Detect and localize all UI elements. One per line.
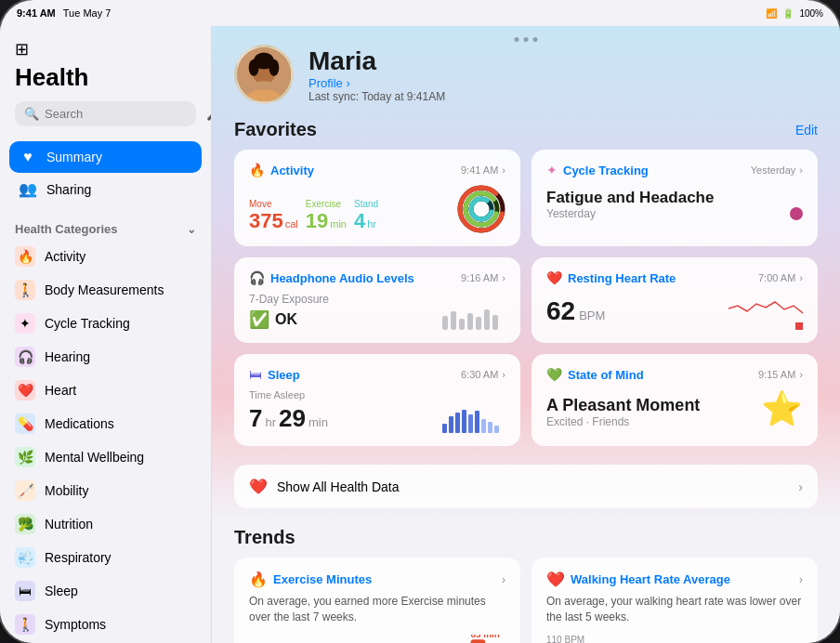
profile-info: Maria Profile › Last sync: Today at 9:41… [308, 46, 445, 103]
nav-item-sharing[interactable]: 👥 Sharing [9, 173, 202, 205]
check-circle-icon: ✅ [249, 309, 269, 330]
search-bar[interactable]: 🔍 🎤 [15, 101, 196, 126]
sidebar-item-nutrition[interactable]: 🥦 Nutrition [0, 507, 211, 541]
edit-link[interactable]: Edit [795, 123, 818, 138]
respiratory-icon: 💨 [15, 547, 35, 568]
sleep-duration: 7 hr 29 min [249, 400, 328, 433]
headphone-header: 🎧 Headphone Audio Levels 9:16 AM › [249, 270, 505, 285]
search-input[interactable] [45, 107, 201, 121]
sidebar-item-cycle-tracking[interactable]: ✦ Cycle Tracking [0, 307, 211, 340]
activity-card-time: 9:41 AM [461, 164, 498, 176]
cycle-dot [790, 207, 803, 220]
nav-label-sharing: Sharing [46, 182, 91, 197]
sidebar-item-body-measurements[interactable]: 🚶 Body Measurements [0, 273, 211, 307]
headphone-audio-card[interactable]: 🎧 Headphone Audio Levels 9:16 AM › 7-Day… [234, 257, 520, 343]
svg-rect-17 [467, 313, 473, 330]
cycle-card-time: Yesterday [751, 164, 796, 176]
cycle-card-chevron: › [799, 164, 803, 176]
categories-chevron[interactable]: ⌄ [187, 223, 196, 236]
nav-label-summary: Summary [46, 150, 102, 164]
profile-sync: Last sync: Today at 9:41AM [308, 90, 445, 103]
resting-heart-icon: ❤️ [546, 270, 562, 285]
exposure-label: 7-Day Exposure [249, 293, 329, 306]
activity-rings [457, 185, 505, 233]
show-all-heart-icon: ❤️ [249, 478, 268, 495]
sidebar-item-mobility[interactable]: 🦯 Mobility [0, 474, 211, 507]
mind-card-time: 9:15 AM [758, 369, 795, 380]
cycle-card-content: Fatigue and Headache Yesterday [546, 185, 803, 220]
sidebar-item-hearing[interactable]: 🎧 Hearing [0, 340, 211, 374]
move-unit: cal [285, 218, 298, 230]
resting-heart-chevron: › [799, 272, 803, 283]
star-icon: ⭐ [761, 389, 803, 428]
svg-rect-18 [476, 317, 481, 330]
sleep-card-content: Time Asleep 7 hr 29 min [249, 389, 505, 433]
sidebar-nav: ♥ Summary 👥 Sharing [0, 134, 211, 213]
nutrition-icon: 🥦 [15, 514, 35, 534]
sidebar-item-symptoms[interactable]: 🚶 Symptoms [0, 608, 211, 641]
hearing-label: Hearing [45, 349, 90, 364]
sidebar-item-activity[interactable]: 🔥 Activity [0, 240, 211, 273]
mobility-icon: 🦯 [15, 480, 35, 501]
sidebar-item-heart[interactable]: ❤️ Heart [0, 374, 211, 407]
sleep-hours: 7 [249, 404, 262, 433]
exercise-trend-title-row: 🔥 Exercise Minutes [249, 571, 372, 588]
exercise-trend-icon: 🔥 [249, 571, 268, 588]
body-measurements-icon: 🚶 [15, 280, 35, 300]
activity-title-row: 🔥 Activity [249, 163, 314, 177]
bpm-unit: BPM [579, 308, 605, 322]
profile-link[interactable]: Profile › [308, 76, 445, 90]
sidebar-item-medications[interactable]: 💊 Medications [0, 407, 211, 440]
sleep-card[interactable]: 🛏 Sleep 6:30 AM › Time Asleep 7 [234, 354, 520, 446]
mind-text: A Pleasant Moment [546, 396, 700, 415]
three-dots [515, 37, 538, 42]
activity-card[interactable]: 🔥 Activity 9:41 AM › Move [234, 150, 520, 246]
svg-point-5 [269, 59, 279, 76]
mind-card-chevron: › [799, 369, 803, 380]
avatar-svg [237, 45, 291, 104]
sidebar-item-respiratory[interactable]: 💨 Respiratory [0, 541, 211, 574]
status-date: Tue May 7 [63, 7, 112, 19]
categories-section-header: Health Categories ⌄ [0, 213, 211, 240]
main-content: Maria Profile › Last sync: Today at 9:41… [212, 26, 840, 643]
sidebar-item-sleep[interactable]: 🛏 Sleep [0, 574, 211, 608]
audio-ok-row: ✅ OK [249, 309, 329, 330]
exercise-metric: Exercise 19 min [306, 199, 347, 233]
headphone-card-chevron: › [502, 272, 505, 283]
walking-heart-rate-trend[interactable]: ❤️ Walking Heart Rate Average › On avera… [532, 558, 818, 643]
sleep-label: Sleep [45, 584, 78, 598]
sleep-hr-unit: hr [265, 415, 276, 429]
cycle-tracking-card[interactable]: ✦ Cycle Tracking Yesterday › Fatigue and… [532, 150, 818, 246]
profile-avatar [234, 45, 294, 104]
favorites-grid: 🔥 Activity 9:41 AM › Move [212, 150, 840, 465]
bpm-value: 62 [546, 296, 575, 326]
move-metric: Move 375 cal [249, 199, 298, 233]
svg-rect-20 [492, 315, 498, 330]
exercise-trend-chevron: › [502, 573, 505, 586]
sleep-icon: 🛏 [15, 581, 35, 601]
exercise-minutes-trend[interactable]: 🔥 Exercise Minutes › On average, you ear… [234, 558, 520, 643]
search-icon: 🔍 [24, 107, 39, 121]
mind-info: A Pleasant Moment Excited · Friends [546, 392, 700, 428]
sleep-time-label: Time Asleep [249, 389, 328, 400]
nutrition-label: Nutrition [45, 517, 93, 531]
resting-heart-rate-card[interactable]: ❤️ Resting Heart Rate 7:00 AM › 62 BP [532, 257, 818, 343]
profile-name: Maria [308, 46, 445, 76]
summary-icon: ♥ [19, 149, 37, 165]
battery-percent: 100% [799, 8, 823, 19]
headphone-status-info: 7-Day Exposure ✅ OK [249, 293, 329, 330]
activity-label: Activity [45, 249, 85, 264]
show-all-health-data[interactable]: ❤️ Show All Health Data › [234, 465, 818, 508]
nav-item-summary[interactable]: ♥ Summary [9, 141, 202, 173]
sleep-card-chevron: › [502, 369, 505, 380]
svg-rect-21 [442, 424, 447, 433]
cycle-tracking-header: ✦ Cycle Tracking Yesterday › [546, 163, 803, 177]
show-all-text: Show All Health Data [277, 479, 789, 494]
stand-label: Stand [354, 199, 378, 209]
sidebar-item-mental-wellbeing[interactable]: 🌿 Mental Wellbeing [0, 440, 211, 474]
activity-icon: 🔥 [15, 246, 35, 267]
state-of-mind-card[interactable]: 💚 State of Mind 9:15 AM › A Pleasant Mom… [532, 354, 818, 446]
activity-card-title: Activity [270, 164, 314, 177]
sidebar-toggle-icon[interactable]: ⊞ [15, 39, 29, 59]
stand-value: 4 [354, 209, 365, 233]
